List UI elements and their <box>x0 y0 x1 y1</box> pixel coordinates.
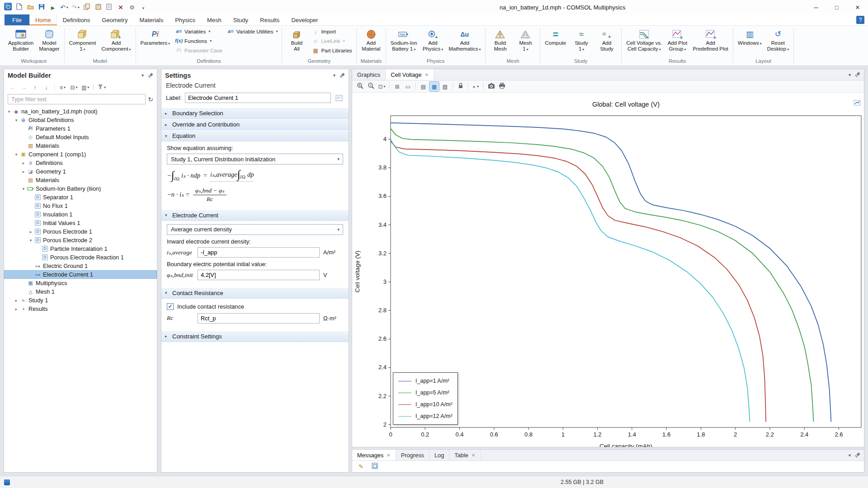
add-predefined-plot-button[interactable]: +Add Predefined Plot <box>690 27 731 52</box>
tree-item-initial-values-1[interactable]: DInitial Values 1 <box>4 219 157 227</box>
section-boundary-selection[interactable]: ▸ Boundary Selection <box>161 108 349 119</box>
equation-study-dropdown[interactable]: Study 1, Current Distribution Initializa… <box>167 154 343 164</box>
expand-toggle-icon[interactable]: ▾ <box>13 118 19 122</box>
chevron-down-icon[interactable]: ▾ <box>333 73 335 78</box>
image-snapshot-button[interactable] <box>486 82 496 91</box>
parameter-case-button[interactable]: PiParameter Case <box>173 46 224 55</box>
tree-item-global-definitions[interactable]: ▾⊕Global Definitions <box>4 116 157 124</box>
variables-button[interactable]: a=Variables▾ <box>173 27 212 36</box>
tree-item-component-1-comp1[interactable]: ▾▣Component 1 (comp1) <box>4 150 157 159</box>
tree-item-porous-electrode-2[interactable]: ▾DPorous Electrode 2 <box>4 236 157 244</box>
windows-button[interactable]: ▥Windows▾ <box>736 27 764 47</box>
add-study-button[interactable]: ≈+Add Study <box>594 27 619 52</box>
model-manager-button[interactable]: Model Manager <box>37 27 61 52</box>
redo-button[interactable]: ↷▾ <box>71 2 80 12</box>
tree-item-mesh-1[interactable]: △Mesh 1 <box>4 287 157 296</box>
study-1-button[interactable]: ≈Study 1▾ <box>569 27 594 52</box>
mesh-1-button[interactable]: Mesh 1▾ <box>513 27 538 52</box>
add-physics-button[interactable]: +Add Physics▾ <box>420 27 446 52</box>
toolbar-overflow-button[interactable]: ▾ <box>138 2 148 12</box>
zoom-in-button[interactable] <box>355 82 365 91</box>
tree-item-electric-ground-1[interactable]: ↦Electric Ground 1 <box>4 262 157 270</box>
zoom-box-button[interactable]: ⊡▾ <box>377 82 387 91</box>
sodium-ion-battery-button[interactable]: NaSodium-Ion Battery 1▾ <box>388 27 420 52</box>
filter-input[interactable] <box>8 94 146 104</box>
application-builder-button[interactable]: Application Builder <box>6 27 36 52</box>
tree-item-study-1[interactable]: ▸≈Study 1 <box>4 296 157 305</box>
close-tab-icon[interactable]: ✕ <box>387 453 390 458</box>
move-up-button[interactable]: ↑ <box>30 83 40 92</box>
tree-item-results[interactable]: ▸◑Results <box>4 305 157 313</box>
close-button[interactable]: ✕ <box>847 0 868 14</box>
add-component-button[interactable]: +Add Component▾ <box>99 27 133 52</box>
parameters-button[interactable]: PiParameters▾ <box>138 27 172 47</box>
collapse-all-button[interactable]: ⊟▾ <box>69 83 79 92</box>
add-mathematics-button[interactable]: ΔuAdd Mathematics▾ <box>446 27 483 52</box>
pin-icon[interactable] <box>855 72 860 77</box>
functions-button[interactable]: f(x)Functions▾ <box>173 36 213 46</box>
cell-voltage-vs-cell-capacity-button[interactable]: Cell Voltage vs. Cell Capacity▾ <box>624 27 664 52</box>
messages-tab-messages[interactable]: Messages✕ <box>352 450 396 460</box>
tree-item-geometry-1[interactable]: ▸◪Geometry 1 <box>4 167 157 176</box>
expand-toggle-icon[interactable]: ▸ <box>28 230 34 234</box>
save-button[interactable] <box>37 2 47 12</box>
messages-tab-progress[interactable]: Progress <box>396 450 429 460</box>
back-button[interactable]: ← <box>8 83 17 92</box>
menu-tab-home[interactable]: Home <box>29 14 57 25</box>
inward-current-input[interactable] <box>198 247 320 258</box>
compute-button[interactable]: =Compute <box>542 27 568 46</box>
add-plot-group-button[interactable]: +Add Plot Group▾ <box>665 27 689 52</box>
delete-button[interactable]: ✕ <box>116 2 126 12</box>
undo-button[interactable]: ↶▾ <box>59 2 69 12</box>
tree-item-porous-electrode-1[interactable]: ▸DPorous Electrode 1 <box>4 227 157 236</box>
tree-item-separator-1[interactable]: DSeparator 1 <box>4 193 157 202</box>
tree-item-default-model-inputs[interactable]: ◇Default Model Inputs <box>4 133 157 141</box>
expand-toggle-icon[interactable]: ▸ <box>20 161 27 165</box>
reset-desktop-button[interactable]: ↺Reset Desktop▾ <box>765 27 791 52</box>
tree-item-materials[interactable]: ▧Materials <box>4 141 157 150</box>
build-all-button[interactable]: Build All <box>284 27 309 52</box>
variable-utilities-button[interactable]: a=Variable Utilities▾ <box>225 27 280 36</box>
pin-icon[interactable] <box>148 73 153 78</box>
view-2d-button[interactable]: ▭ <box>403 82 413 91</box>
forward-button[interactable]: → <box>19 83 28 92</box>
expand-toggle-icon[interactable]: ▾ <box>20 187 27 191</box>
zoom-extents-button[interactable]: ⊞ <box>392 82 402 91</box>
plot-window-icon[interactable] <box>854 100 861 107</box>
graphics-tab-graphics[interactable]: Graphics <box>352 69 386 80</box>
menu-tab-results[interactable]: Results <box>254 14 285 25</box>
chevron-down-icon[interactable]: ▾ <box>849 453 851 458</box>
help-button[interactable]: ? <box>856 16 864 24</box>
duplicate-button[interactable] <box>104 2 114 12</box>
section-override-and-contribution[interactable]: ▸ Override and Contribution <box>161 119 349 130</box>
scene-settings-button[interactable]: ◐▾ <box>471 82 481 91</box>
copy-log-button[interactable] <box>370 462 379 471</box>
view-options-button[interactable]: ▥▾ <box>80 83 90 92</box>
chevron-down-icon[interactable]: ▾ <box>849 72 851 77</box>
menu-tab-definitions[interactable]: Definitions <box>57 14 96 25</box>
minimize-button[interactable]: ─ <box>806 0 826 14</box>
filter-button[interactable]: ▾ <box>97 83 107 92</box>
zoom-out-button[interactable] <box>366 82 376 91</box>
graphics-canvas[interactable]: 00.20.40.60.811.21.41.61.822.22.42.622.2… <box>352 93 864 447</box>
contact-resistance-input[interactable] <box>198 313 320 324</box>
show-options-button[interactable]: ≡▾ <box>58 83 67 92</box>
expand-toggle-icon[interactable]: ▸ <box>13 298 19 303</box>
tree-item-materials[interactable]: ▧Materials <box>4 176 157 184</box>
chevron-down-icon[interactable]: ▾ <box>142 73 144 78</box>
component-1-button[interactable]: Component 1▾ <box>67 27 98 52</box>
menu-tab-study[interactable]: Study <box>227 14 254 25</box>
menu-tab-developer[interactable]: Developer <box>285 14 324 25</box>
tree-item-particle-intercalation-1[interactable]: DParticle Intercalation 1 <box>4 244 157 253</box>
label-input[interactable] <box>185 93 331 103</box>
graphics-tab-cell-voltage[interactable]: Cell Voltage✕ <box>386 69 434 80</box>
add-material-button[interactable]: Add Material <box>359 27 383 52</box>
file-menu-button[interactable]: File <box>5 14 29 25</box>
settings-button[interactable]: ⚙ <box>127 2 137 12</box>
form-options-icon[interactable] <box>334 94 344 103</box>
lock-axes-button[interactable] <box>456 82 465 91</box>
tree-item-parameters-1[interactable]: PiParameters 1 <box>4 124 157 133</box>
import-button[interactable]: ↓Import <box>310 27 338 36</box>
section-electrode-current[interactable]: ▾ Electrode Current <box>161 210 349 221</box>
current-type-dropdown[interactable]: Average current density ▾ <box>167 224 343 235</box>
